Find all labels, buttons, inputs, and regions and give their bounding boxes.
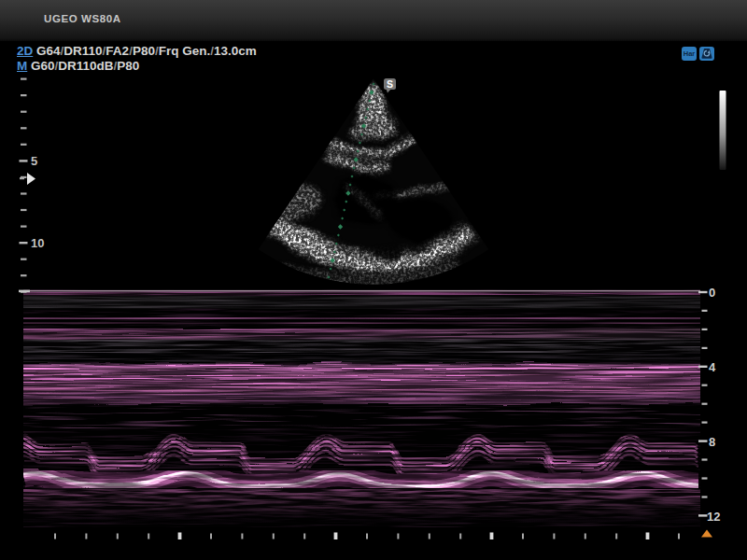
svg-text:10: 10: [31, 236, 44, 250]
svg-text:12: 12: [707, 510, 720, 524]
svg-text:S: S: [387, 78, 393, 90]
svg-text:5: 5: [31, 154, 37, 168]
svg-text:4: 4: [709, 360, 716, 374]
svg-text:8: 8: [709, 435, 715, 449]
svg-text:0: 0: [709, 286, 715, 300]
